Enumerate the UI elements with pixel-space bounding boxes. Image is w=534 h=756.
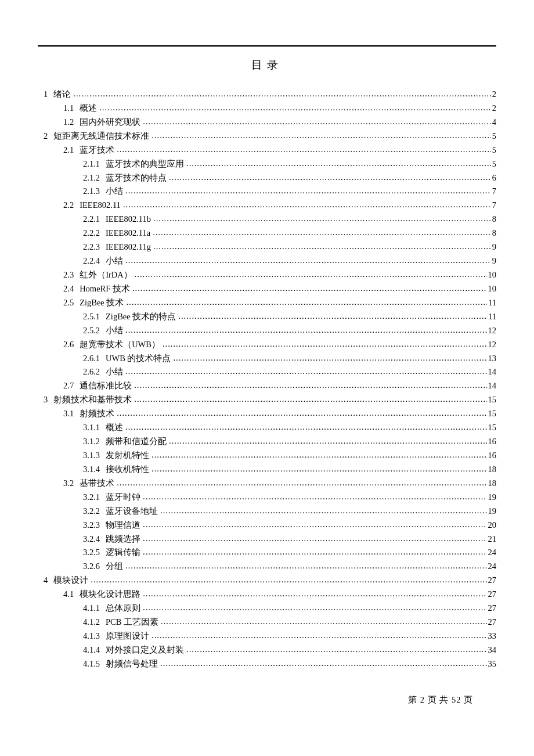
toc-entry[interactable]: 2.2.4小结9 xyxy=(38,254,496,268)
toc-leader-dots xyxy=(143,518,487,532)
toc-entry-label: 绪论 xyxy=(53,88,73,102)
toc-entry[interactable]: 4.1.3原理图设计33 xyxy=(38,629,496,643)
toc-entry-label: 对外接口定义及封装 xyxy=(106,643,186,657)
toc-entry[interactable]: 2.2IEEE802.117 xyxy=(38,199,496,213)
toc-entry[interactable]: 3.2.6分组24 xyxy=(38,560,496,574)
toc-entry[interactable]: 3.1射频技术15 xyxy=(38,407,496,421)
toc-entry-number: 3.1.2 xyxy=(83,435,106,449)
toc-entry-number: 1.2 xyxy=(63,116,80,129)
toc-entry[interactable]: 3.2.3物理信道20 xyxy=(38,519,496,532)
toc-entry[interactable]: 3.2.2蓝牙设备地址19 xyxy=(38,505,496,519)
toc-leader-dots xyxy=(134,379,486,393)
toc-entry-page: 27 xyxy=(487,615,497,629)
toc-entry-number: 4.1 xyxy=(63,588,80,602)
toc-entry[interactable]: 3射频技术和基带技术15 xyxy=(38,393,496,407)
toc-entry[interactable]: 2.7通信标准比较14 xyxy=(38,379,496,393)
toc-leader-dots xyxy=(143,601,487,615)
toc-entry-label: 基带技术 xyxy=(80,477,117,491)
toc-entry-page: 13 xyxy=(487,352,497,366)
toc-entry-label: 国内外研究现状 xyxy=(80,116,143,129)
toc-entry-label: ZigBee 技术的特点 xyxy=(106,310,178,324)
toc-entry-label: 总体原则 xyxy=(106,602,143,615)
toc-entry[interactable]: 4.1模块化设计思路27 xyxy=(38,588,496,602)
toc-entry[interactable]: 2.6超宽带技术（UWB）12 xyxy=(38,338,496,352)
toc-entry-label: 短距离无线通信技术标准 xyxy=(53,129,151,143)
toc-entry[interactable]: 2.6.1UWB 的技术特点13 xyxy=(38,352,496,366)
toc-entry-number: 3.2.5 xyxy=(83,546,106,560)
toc-leader-dots xyxy=(125,365,487,379)
toc-entry[interactable]: 3.1.1概述15 xyxy=(38,421,496,435)
toc-entry-page: 2 xyxy=(491,102,496,116)
toc-leader-dots xyxy=(151,129,491,143)
toc-entry-page: 4 xyxy=(491,116,496,129)
table-of-contents: 1绪论21.1概述21.2国内外研究现状42短距离无线通信技术标准52.1蓝牙技… xyxy=(38,88,496,671)
toc-entry[interactable]: 4模块设计27 xyxy=(38,574,496,588)
toc-entry[interactable]: 3.2.4跳频选择21 xyxy=(38,532,496,546)
toc-entry-number: 2.5.2 xyxy=(83,324,106,338)
toc-entry[interactable]: 2.2.1IEEE802.11b8 xyxy=(38,213,496,226)
toc-entry[interactable]: 2.2.2IEEE802.11a8 xyxy=(38,226,496,240)
toc-entry[interactable]: 2.5.2小结12 xyxy=(38,324,496,338)
toc-entry[interactable]: 2.4HomeRF 技术10 xyxy=(38,282,496,296)
toc-entry-number: 2.4 xyxy=(63,282,80,296)
toc-entry[interactable]: 4.1.4对外接口定义及封装34 xyxy=(38,643,496,657)
toc-entry[interactable]: 2.2.3IEEE802.11g9 xyxy=(38,240,496,254)
toc-entry-number: 4 xyxy=(44,574,53,588)
toc-entry-page: 9 xyxy=(491,240,496,254)
toc-entry-label: 蓝牙技术 xyxy=(80,143,117,157)
toc-entry-number: 2.1.1 xyxy=(83,157,106,171)
toc-entry-number: 2.1.3 xyxy=(83,185,106,199)
toc-entry[interactable]: 3.1.2频带和信道分配16 xyxy=(38,435,496,449)
toc-entry[interactable]: 1绪论2 xyxy=(38,88,496,102)
toc-entry-page: 2 xyxy=(491,88,496,102)
toc-leader-dots xyxy=(169,434,487,448)
toc-entry-page: 21 xyxy=(487,532,497,546)
toc-leader-dots xyxy=(153,212,491,226)
toc-entry[interactable]: 2.1.3小结7 xyxy=(38,185,496,199)
toc-leader-dots xyxy=(153,240,491,254)
toc-entry[interactable]: 3.1.4接收机特性18 xyxy=(38,463,496,477)
toc-entry[interactable]: 1.2国内外研究现状4 xyxy=(38,116,496,129)
toc-entry-label: 概述 xyxy=(80,102,99,116)
toc-entry[interactable]: 1.1概述2 xyxy=(38,102,496,116)
toc-entry[interactable]: 2.1.2蓝牙技术的特点6 xyxy=(38,171,496,185)
toc-entry[interactable]: 2.6.2小结14 xyxy=(38,365,496,379)
toc-entry[interactable]: 4.1.2PCB 工艺因素27 xyxy=(38,615,496,629)
toc-entry[interactable]: 2.5.1ZigBee 技术的特点11 xyxy=(38,310,496,324)
toc-entry-number: 2.3 xyxy=(63,268,80,282)
toc-entry-page: 16 xyxy=(487,449,497,463)
toc-leader-dots xyxy=(126,296,487,309)
toc-entry[interactable]: 3.2.5逻辑传输24 xyxy=(38,546,496,560)
toc-entry[interactable]: 3.2基带技术18 xyxy=(38,477,496,491)
toc-entry-label: 超宽带技术（UWB） xyxy=(80,338,163,352)
toc-entry-page: 14 xyxy=(487,379,497,393)
toc-entry-label: 通信标准比较 xyxy=(80,379,134,393)
toc-entry[interactable]: 2短距离无线通信技术标准5 xyxy=(38,129,496,143)
toc-entry-number: 3.2 xyxy=(63,477,80,491)
toc-entry[interactable]: 2.1.1蓝牙技术的典型应用5 xyxy=(38,157,496,171)
toc-entry-page: 15 xyxy=(487,421,497,435)
toc-entry[interactable]: 3.2.1蓝牙时钟19 xyxy=(38,491,496,505)
header-rule xyxy=(38,46,496,47)
toc-entry[interactable]: 2.3红外（IrDA）10 xyxy=(38,268,496,282)
toc-entry-number: 3.1.4 xyxy=(83,463,106,477)
toc-entry-label: UWB 的技术特点 xyxy=(106,352,173,366)
toc-entry-page: 15 xyxy=(487,393,497,407)
toc-entry-label: 蓝牙时钟 xyxy=(106,491,143,505)
toc-leader-dots xyxy=(151,629,487,643)
toc-entry-number: 2.2.3 xyxy=(83,240,106,254)
toc-entry-number: 4.1.3 xyxy=(83,629,106,643)
toc-entry[interactable]: 4.1.5射频信号处理35 xyxy=(38,657,496,671)
toc-entry-page: 11 xyxy=(487,296,496,310)
toc-entry[interactable]: 4.1.1总体原则27 xyxy=(38,602,496,615)
toc-entry-page: 34 xyxy=(487,643,497,657)
toc-entry-number: 3 xyxy=(44,393,53,407)
toc-entry[interactable]: 2.5ZigBee 技术11 xyxy=(38,296,496,310)
toc-entry-page: 16 xyxy=(487,435,497,449)
toc-entry[interactable]: 3.1.3发射机特性16 xyxy=(38,449,496,463)
toc-entry-page: 18 xyxy=(487,463,497,477)
toc-leader-dots xyxy=(125,559,487,573)
toc-entry-label: 小结 xyxy=(106,254,125,268)
toc-entry-number: 2.6.1 xyxy=(83,352,106,366)
toc-entry[interactable]: 2.1蓝牙技术5 xyxy=(38,143,496,157)
